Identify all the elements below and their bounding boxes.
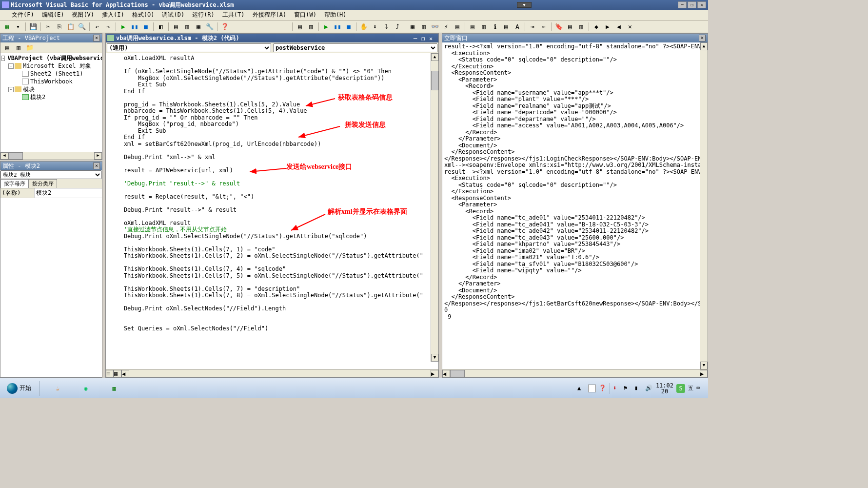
locals-icon[interactable]: ▦ (408, 22, 417, 32)
tray-volume-icon[interactable]: 🔊 (645, 385, 653, 392)
expand-icon[interactable]: - (8, 87, 14, 92)
uncomment-block-icon[interactable]: ▥ (576, 22, 586, 32)
menu-addins[interactable]: 外接程序(A) (249, 10, 291, 20)
immediate-text[interactable]: result--><?xml version="1.0" encoding="u… (442, 42, 708, 321)
restore-button[interactable]: ❐ (688, 1, 696, 8)
scroll-left-icon[interactable]: ◀ (0, 152, 8, 160)
step-into-icon[interactable]: ⬇ (370, 22, 380, 32)
watch-icon[interactable]: 👓 (430, 22, 440, 32)
clear-bookmarks-icon[interactable]: ✕ (625, 22, 635, 32)
close-button[interactable]: ✕ (697, 1, 706, 8)
ribbon-collapse[interactable]: ▼ (517, 2, 532, 8)
tab-alphabetic[interactable]: 按字母序 (0, 179, 29, 188)
task-excel[interactable]: ▦ (101, 380, 127, 397)
undo-icon[interactable]: ↶ (92, 22, 102, 32)
project-explorer-title[interactable]: 工程 - VBAProject × (0, 34, 102, 42)
prop-name-value[interactable]: 模块2 (35, 188, 102, 198)
object-selector[interactable]: 模块2 模块 (0, 170, 102, 179)
start-button[interactable]: 开始 (2, 380, 36, 397)
scroll-thumb[interactable] (8, 152, 23, 160)
quick-info-icon[interactable]: ℹ (490, 22, 500, 32)
tray-show-hidden-icon[interactable]: ▲ (577, 385, 585, 392)
help-icon[interactable]: ❓ (220, 22, 230, 32)
menu-debug[interactable]: 调试(D) (158, 10, 188, 20)
quick-watch-icon[interactable]: ⚡ (441, 22, 451, 32)
project-explorer-close-icon[interactable]: × (93, 35, 100, 41)
menu-insert[interactable]: 插入(I) (98, 10, 128, 20)
properties-title[interactable]: 属性 - 模块2 × (0, 162, 102, 170)
list-properties-icon[interactable]: ▤ (468, 22, 477, 32)
code-editor[interactable]: oXml.LoadXML resultA If (oXml.SelectSing… (106, 53, 438, 369)
scroll-left-icon[interactable]: ◀ (121, 370, 129, 377)
step-out-icon[interactable]: ⤴ (393, 22, 402, 32)
list-constants-icon[interactable]: ▥ (479, 22, 489, 32)
copy-icon[interactable]: ⎘ (55, 22, 64, 32)
prev-bookmark-icon[interactable]: ◀ (614, 22, 624, 32)
tray-network-icon[interactable]: ▮ (634, 385, 642, 392)
immediate-scroll-v[interactable]: ▲ ▼ (700, 42, 708, 369)
code-window-titlebar[interactable]: vba调用webservice.xlsm - 模块2 (代码) ─ ❐ ✕ (106, 34, 438, 42)
menu-run[interactable]: 运行(R) (188, 10, 218, 20)
excel-icon[interactable]: ▦ (2, 22, 12, 32)
tree-excel-objects[interactable]: Microsoft Excel 对象 (23, 62, 91, 70)
scroll-right-icon[interactable]: ▶ (431, 370, 438, 377)
task-java[interactable]: ☕ (44, 380, 71, 397)
tree-thisworkbook[interactable]: ThisWorkbook (30, 78, 73, 85)
break-icon[interactable]: ▮▮ (130, 22, 139, 32)
tray-ime-icon[interactable]: S (676, 384, 685, 393)
properties-grid[interactable]: (名称) 模块2 (0, 188, 102, 198)
parameter-info-icon[interactable]: ▤ (501, 22, 511, 32)
project-scroll-h[interactable]: ◀ ▶ (0, 152, 102, 160)
menu-window[interactable]: 窗口(W) (290, 10, 320, 20)
immediate-titlebar[interactable]: 立即窗口 × (442, 34, 708, 42)
outdent-icon[interactable]: ⇤ (539, 22, 549, 32)
indent-icon[interactable]: ⇥ (528, 22, 537, 32)
save-icon[interactable]: 💾 (28, 22, 38, 32)
toggle-folders-icon[interactable]: 📁 (25, 43, 35, 53)
code-scroll-v[interactable]: ▲ ▼ (431, 53, 438, 362)
bookmark-toggle-icon[interactable]: ◆ (592, 22, 601, 32)
project-tree[interactable]: -VBAProject (vba调用webservice.xlsm) -Micr… (0, 53, 102, 152)
cut-icon[interactable]: ✂ (43, 22, 53, 32)
immediate-scroll-h[interactable]: ◀ ▶ (442, 369, 708, 377)
properties-icon[interactable]: ▥ (182, 22, 192, 32)
scroll-up-icon[interactable]: ▲ (700, 42, 708, 50)
tree-module2[interactable]: 模块2 (30, 93, 45, 101)
code-scroll-h[interactable]: ≡ ▦ ◀ ▶ (106, 369, 438, 377)
project-root[interactable]: VBAProject (vba调用webservice.xlsm) (7, 54, 102, 62)
full-module-view-icon[interactable]: ▦ (114, 370, 121, 377)
tree-modules[interactable]: 模块 (23, 85, 35, 93)
run-icon[interactable]: ▶ (118, 22, 128, 32)
scroll-right-icon[interactable]: ▶ (700, 370, 708, 377)
object-browser-icon[interactable]: ▦ (194, 22, 203, 32)
task-wechat[interactable]: ◉ (73, 380, 99, 397)
tray-torrent-icon[interactable]: ⬇ (613, 385, 621, 392)
debug-reset-icon[interactable]: ■ (344, 22, 354, 32)
scroll-thumb[interactable] (431, 71, 438, 90)
edit-toolbar-icon-2[interactable]: ▥ (306, 22, 316, 32)
insert-dropdown-icon[interactable]: ▾ (13, 22, 23, 32)
object-combo[interactable]: (通用) (107, 43, 271, 52)
tray-keyboard-icon[interactable]: ⌨ (696, 385, 704, 392)
complete-word-icon[interactable]: A (513, 22, 522, 32)
toggle-breakpoint-icon[interactable]: ✋ (359, 22, 369, 32)
menu-view[interactable]: 视图(V) (68, 10, 98, 20)
next-bookmark-icon[interactable]: ▶ (603, 22, 612, 32)
debug-run-icon[interactable]: ▶ (321, 22, 331, 32)
properties-close-icon[interactable]: × (93, 163, 100, 169)
view-code-icon[interactable]: ▤ (2, 43, 12, 53)
code-close-button[interactable]: ✕ (429, 35, 437, 41)
expand-icon[interactable]: - (1, 56, 5, 61)
menu-tools[interactable]: 工具(T) (218, 10, 249, 20)
tray-help-icon[interactable]: ❓ (599, 385, 607, 392)
step-over-icon[interactable]: ⤵ (381, 22, 391, 32)
scroll-down-icon[interactable]: ▼ (431, 354, 438, 362)
paste-icon[interactable]: 📋 (66, 22, 76, 32)
procedure-view-icon[interactable]: ≡ (106, 370, 114, 377)
project-explorer-icon[interactable]: ▤ (171, 22, 181, 32)
scroll-thumb[interactable] (450, 370, 465, 377)
procedure-combo[interactable]: postWebservice (273, 43, 437, 52)
redo-icon[interactable]: ↷ (103, 22, 113, 32)
menu-format[interactable]: 格式(O) (128, 10, 158, 20)
tray-flag-icon[interactable]: ⚑ (624, 385, 631, 392)
